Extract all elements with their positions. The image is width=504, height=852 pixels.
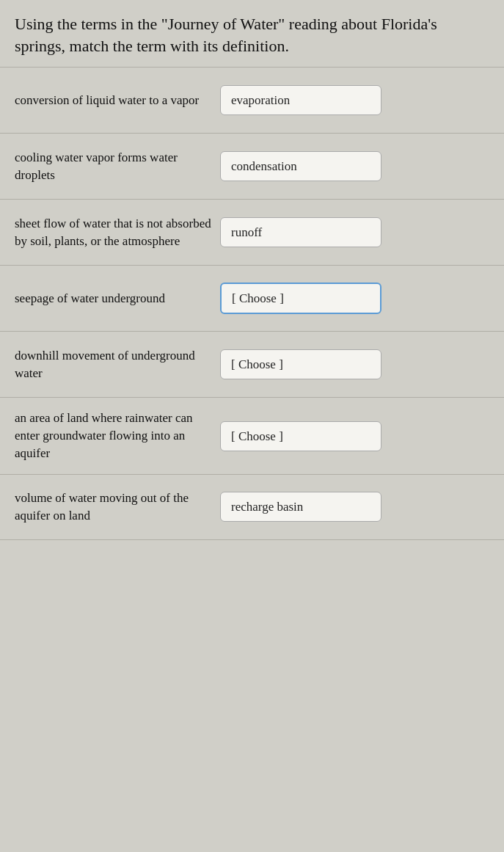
matching-row-6: volume of water moving out of the aquife…: [0, 474, 504, 540]
select-wrapper-0: [ Choose ]evaporationcondensationrunoffi…: [220, 85, 489, 115]
select-wrapper-1: [ Choose ]evaporationcondensationrunoffi…: [220, 151, 489, 181]
header-text: Using the terms in the "Journey of Water…: [15, 15, 437, 55]
definition-0: conversion of liquid water to a vapor: [15, 92, 220, 109]
term-select-6[interactable]: [ Choose ]evaporationcondensationrunoffi…: [220, 492, 381, 522]
term-select-5[interactable]: [ Choose ]evaporationcondensationrunoffi…: [220, 421, 381, 451]
definition-3: seepage of water underground: [15, 290, 220, 307]
term-select-4[interactable]: [ Choose ]evaporationcondensationrunoffi…: [220, 349, 381, 379]
matching-row-0: conversion of liquid water to a vapor[ C…: [0, 67, 504, 133]
select-wrapper-3: [ Choose ]evaporationcondensationrunoffi…: [220, 283, 489, 314]
definition-5: an area of land where rainwater can ente…: [15, 409, 220, 462]
select-wrapper-4: [ Choose ]evaporationcondensationrunoffi…: [220, 349, 489, 379]
matching-table: conversion of liquid water to a vapor[ C…: [0, 67, 504, 539]
select-wrapper-6: [ Choose ]evaporationcondensationrunoffi…: [220, 492, 489, 522]
matching-row-3: seepage of water underground[ Choose ]ev…: [0, 265, 504, 331]
matching-row-5: an area of land where rainwater can ente…: [0, 397, 504, 473]
select-wrapper-2: [ Choose ]evaporationcondensationrunoffi…: [220, 217, 489, 247]
term-select-1[interactable]: [ Choose ]evaporationcondensationrunoffi…: [220, 151, 381, 181]
definition-6: volume of water moving out of the aquife…: [15, 489, 220, 525]
matching-row-1: cooling water vapor forms water droplets…: [0, 133, 504, 199]
term-select-3[interactable]: [ Choose ]evaporationcondensationrunoffi…: [220, 283, 381, 314]
definition-1: cooling water vapor forms water droplets: [15, 149, 220, 184]
definition-2: sheet flow of water that is not absorbed…: [15, 215, 220, 250]
definition-4: downhill movement of underground water: [15, 347, 220, 382]
matching-row-2: sheet flow of water that is not absorbed…: [0, 199, 504, 265]
select-wrapper-5: [ Choose ]evaporationcondensationrunoffi…: [220, 421, 489, 451]
term-select-0[interactable]: [ Choose ]evaporationcondensationrunoffi…: [220, 85, 381, 115]
term-select-2[interactable]: [ Choose ]evaporationcondensationrunoffi…: [220, 217, 381, 247]
matching-row-4: downhill movement of underground water[ …: [0, 331, 504, 397]
header: Using the terms in the "Journey of Water…: [0, 0, 504, 67]
